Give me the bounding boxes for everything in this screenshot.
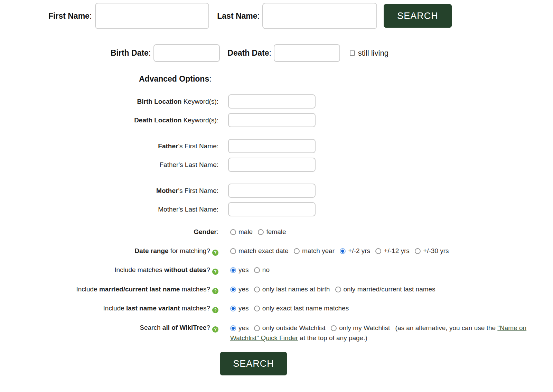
search-all-wikitree-label: Search all of WikiTree??	[0, 323, 218, 333]
father-last-name-input[interactable]	[228, 158, 316, 172]
radio-option-male[interactable]: male	[230, 228, 253, 235]
death-date-input[interactable]	[274, 44, 340, 62]
birth-date-input[interactable]	[153, 44, 220, 62]
person-search-form: First Name: Last Name: SEARCH Birth Date…	[0, 3, 553, 392]
radio-selected-icon[interactable]	[340, 248, 346, 254]
date-range-radio-group: match exact date match year +/-2 yrs +/-…	[228, 246, 452, 256]
help-icon[interactable]: ?	[212, 307, 218, 313]
radio-option-yes[interactable]: yes	[230, 324, 249, 332]
radio-icon[interactable]	[415, 248, 421, 254]
gender-radio-group: male female	[228, 227, 290, 237]
radio-option-label[interactable]: only married/current last names	[344, 286, 435, 293]
help-icon[interactable]: ?	[212, 269, 218, 275]
radio-option-label[interactable]: male	[238, 228, 253, 235]
mother-first-name-label: Mother's First Name:	[0, 187, 218, 195]
still-living-checkbox[interactable]	[350, 50, 355, 56]
radio-option-only-exact-last-name-matches[interactable]: only exact last name matches	[254, 305, 349, 312]
radio-icon[interactable]	[254, 306, 260, 311]
radio-icon[interactable]	[254, 287, 260, 292]
father-first-name-input[interactable]	[228, 139, 316, 153]
last-name-variant-row: Include last name variant matches?? yes …	[0, 304, 553, 313]
gender-row: Gender: male female	[0, 227, 553, 237]
radio-option--2-yrs[interactable]: +/-2 yrs	[340, 247, 370, 254]
radio-option-label[interactable]: only outside Watchlist	[262, 324, 326, 332]
father-last-name-row: Father's Last Name:	[0, 158, 553, 172]
search-all-wikitree-radio-group: yes only outside Watchlist only my Watch…	[228, 323, 535, 343]
still-living-label: still living	[358, 49, 388, 58]
birth-location-input[interactable]	[228, 94, 316, 109]
death-location-label: Death Location Keyword(s):	[0, 116, 218, 124]
radio-icon[interactable]	[230, 229, 236, 235]
father-first-name-label: Father's First Name:	[0, 142, 218, 150]
radio-icon[interactable]	[254, 325, 260, 331]
search-button-bottom[interactable]: SEARCH	[220, 352, 287, 375]
radio-option-match-year[interactable]: match year	[294, 247, 335, 254]
radio-icon[interactable]	[335, 287, 341, 292]
radio-icon[interactable]	[375, 248, 381, 254]
birth-location-label: Birth Location Keyword(s):	[0, 98, 218, 105]
radio-option-label[interactable]: only last names at birth	[262, 286, 330, 293]
without-dates-label: Include matches without dates??	[0, 265, 218, 275]
birth-location-row: Birth Location Keyword(s):	[0, 94, 553, 109]
radio-selected-icon[interactable]	[230, 306, 236, 311]
mother-last-name-label: Mother's Last Name:	[0, 206, 218, 213]
help-icon[interactable]: ?	[212, 288, 218, 294]
gender-label: Gender:	[0, 227, 218, 237]
radio-option-label[interactable]: only my Watchlist	[339, 324, 390, 332]
radio-icon[interactable]	[331, 325, 337, 331]
radio-option--12-yrs[interactable]: +/-12 yrs	[375, 247, 409, 254]
father-last-name-label: Father's Last Name:	[0, 161, 218, 169]
radio-selected-icon[interactable]	[230, 267, 236, 273]
search-button-top[interactable]: SEARCH	[384, 4, 452, 28]
death-location-row: Death Location Keyword(s):	[0, 113, 553, 127]
radio-selected-icon[interactable]	[230, 325, 236, 331]
radio-option-only-my-watchlist[interactable]: only my Watchlist	[331, 324, 390, 332]
radio-option-label[interactable]: no	[262, 266, 270, 273]
radio-option-only-last-names-at-birth[interactable]: only last names at birth	[254, 286, 330, 293]
radio-option-yes[interactable]: yes	[230, 266, 249, 273]
mother-first-name-row: Mother's First Name:	[0, 184, 553, 198]
radio-option-label[interactable]: +/-30 yrs	[423, 247, 449, 254]
death-location-input[interactable]	[228, 113, 316, 127]
last-name-label: Last Name:	[217, 11, 260, 21]
married-last-name-radio-group: yes only last names at birth only marrie…	[228, 284, 439, 294]
radio-option-label[interactable]: match year	[302, 247, 335, 254]
radio-option-yes[interactable]: yes	[230, 286, 249, 293]
radio-option-label[interactable]: yes	[238, 286, 249, 293]
mother-last-name-input[interactable]	[228, 202, 316, 216]
mother-first-name-input[interactable]	[228, 184, 316, 198]
radio-option-label[interactable]: match exact date	[238, 247, 289, 254]
radio-option-label[interactable]: +/-2 yrs	[348, 247, 370, 254]
help-icon[interactable]: ?	[212, 326, 218, 333]
radio-icon[interactable]	[254, 267, 260, 273]
radio-option-only-outside-watchlist[interactable]: only outside Watchlist	[254, 324, 326, 332]
last-name-variant-radio-group: yes only exact last name matches	[228, 304, 352, 313]
radio-option-no[interactable]: no	[254, 266, 270, 273]
watchlist-alternative-note-end: at the top of any page.)	[298, 334, 367, 342]
radio-option-label[interactable]: yes	[238, 266, 249, 273]
name-row: First Name: Last Name: SEARCH	[48, 3, 553, 29]
date-range-row: Date range for matching?? match exact da…	[0, 246, 553, 256]
death-date-label: Death Date:	[227, 48, 271, 58]
radio-option-female[interactable]: female	[258, 228, 286, 235]
help-icon[interactable]: ?	[212, 250, 218, 256]
radio-selected-icon[interactable]	[230, 287, 236, 292]
advanced-options-heading: Advanced Options:	[139, 74, 553, 84]
first-name-input[interactable]	[95, 3, 209, 29]
radio-icon[interactable]	[230, 248, 236, 254]
radio-icon[interactable]	[294, 248, 300, 254]
radio-option-label[interactable]: +/-12 yrs	[384, 247, 409, 254]
radio-option-label[interactable]: yes	[238, 324, 249, 332]
radio-icon[interactable]	[258, 229, 264, 235]
radio-option-label[interactable]: yes	[238, 305, 249, 312]
radio-option-only-married-current-last-names[interactable]: only married/current last names	[335, 286, 435, 293]
radio-option-label[interactable]: only exact last name matches	[262, 305, 349, 312]
last-name-input[interactable]	[262, 3, 377, 29]
radio-option-yes[interactable]: yes	[230, 305, 249, 312]
radio-option--30-yrs[interactable]: +/-30 yrs	[415, 247, 449, 254]
radio-option-match-exact-date[interactable]: match exact date	[230, 247, 289, 254]
without-dates-row: Include matches without dates?? yes no	[0, 265, 553, 275]
radio-option-label[interactable]: female	[266, 228, 286, 235]
bottom-search-row: SEARCH	[220, 352, 553, 375]
first-name-label: First Name:	[48, 11, 92, 21]
